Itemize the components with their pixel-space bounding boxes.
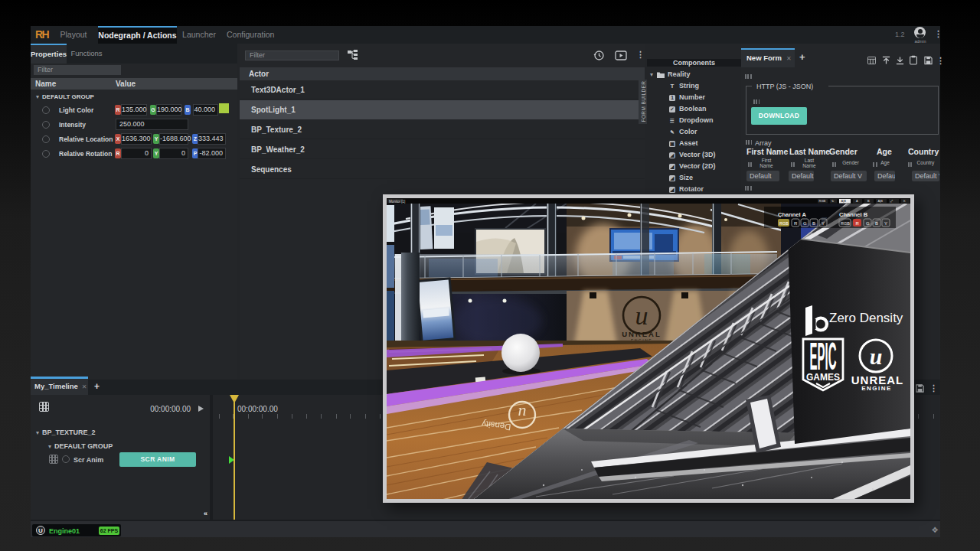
- svg-text:u: u: [870, 344, 883, 369]
- svg-text:⤢: ⤢: [890, 199, 893, 203]
- svg-text:B: B: [867, 199, 870, 203]
- svg-text:RGB: RGB: [779, 221, 789, 226]
- svg-text:RGB: RGB: [841, 221, 850, 226]
- svg-text:G: G: [866, 221, 870, 226]
- svg-text:A|B: A|B: [841, 199, 847, 203]
- svg-text:A: A: [856, 199, 858, 203]
- svg-text:Zero Density: Zero Density: [829, 311, 903, 325]
- svg-text:R: R: [856, 221, 860, 226]
- svg-text:GAMES: GAMES: [806, 372, 840, 383]
- svg-text:Channel A: Channel A: [778, 211, 806, 218]
- svg-text:B: B: [812, 221, 815, 226]
- svg-text:Y: Y: [884, 221, 887, 226]
- svg-text:u: u: [635, 302, 648, 330]
- svg-text:↻: ↻: [831, 199, 834, 203]
- svg-text:G: G: [803, 221, 807, 226]
- svg-text:B: B: [875, 221, 878, 226]
- svg-text:Y: Y: [822, 221, 825, 226]
- svg-text:ENGINE: ENGINE: [861, 385, 892, 392]
- svg-text:RGB: RGB: [819, 199, 826, 203]
- svg-text:A|B: A|B: [878, 199, 884, 203]
- svg-text:u: u: [518, 404, 527, 423]
- svg-text:R: R: [794, 221, 798, 226]
- svg-text:Channel B: Channel B: [839, 211, 868, 218]
- svg-text:UNREAL: UNREAL: [622, 330, 662, 338]
- svg-text:✕: ✕: [903, 199, 906, 203]
- svg-text:Monitor [1]: Monitor [1]: [389, 200, 405, 204]
